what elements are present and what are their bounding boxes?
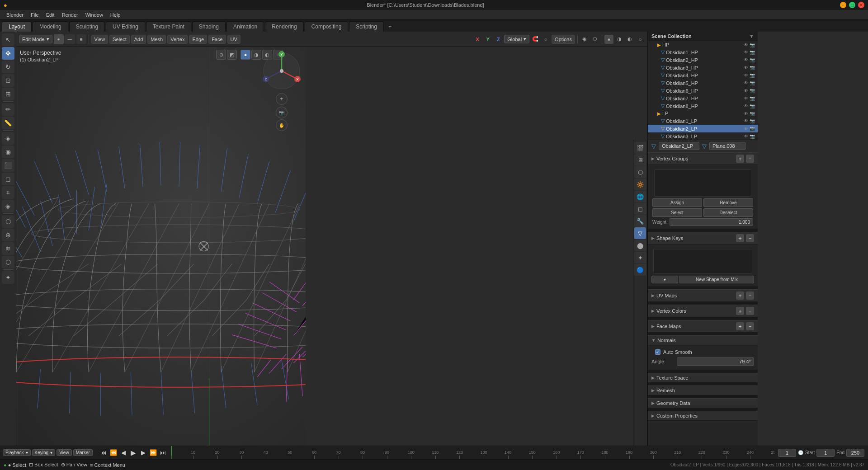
vertex-mode-btn[interactable]: ● (54, 34, 64, 44)
randomize-tool-btn[interactable]: ≋ (2, 242, 14, 255)
vg-deselect-btn[interactable]: Deselect (703, 208, 753, 217)
add-uv-btn[interactable]: + (736, 291, 744, 300)
sk-options-btn[interactable]: ▾ (651, 276, 678, 283)
camera-btn[interactable]: 📷 (276, 107, 288, 118)
maximize-button[interactable]: □ (849, 2, 855, 8)
end-frame-input[interactable]: 250 (846, 449, 864, 457)
obs8hp-cam[interactable]: 📷 (750, 103, 755, 108)
tab-shading[interactable]: Shading (192, 21, 226, 32)
add-workspace-button[interactable]: + (385, 22, 395, 32)
vertex-menu[interactable]: Vertex (167, 35, 188, 44)
custom-properties-header[interactable]: ▶ Custom Properties (648, 411, 758, 421)
vertex-colors-header[interactable]: ▶ Vertex Colors + − (648, 305, 758, 317)
spin-tool-btn[interactable]: ⬡ (2, 215, 14, 228)
obsidian2-lp-item[interactable]: ▽ Obsidian2_LP 👁 📷 (648, 125, 758, 132)
z-transform-btn[interactable]: Z (494, 35, 503, 44)
menu-render[interactable]: Render (58, 11, 82, 19)
uv-menu[interactable]: UV (227, 35, 241, 44)
knife-tool-btn[interactable]: ⌗ (2, 186, 14, 199)
obs8hp-eye[interactable]: 👁 (744, 103, 748, 108)
remesh-header[interactable]: ▶ Remesh (648, 385, 758, 395)
viewport[interactable]: User Perspective (1) Obsidian2_LP (16, 47, 306, 456)
menu-edit[interactable]: Edit (42, 11, 58, 19)
obs5hp-eye[interactable]: 👁 (744, 80, 748, 85)
physics-props-btn[interactable]: 🔵 (634, 264, 646, 276)
keying-dropdown[interactable]: Keying ▾ (32, 449, 56, 456)
face-maps-header[interactable]: ▶ Face Maps + − (648, 320, 758, 333)
render-props-btn[interactable]: 🎬 (634, 142, 646, 154)
extrude-tool-btn[interactable]: ◈ (2, 132, 14, 145)
obs7hp-eye[interactable]: 👁 (744, 96, 748, 101)
shrink-tool-btn[interactable]: ✦ (2, 271, 14, 284)
vg-assign-btn[interactable]: Assign (652, 198, 702, 207)
jump-start-btn[interactable]: ⏮ (99, 448, 108, 457)
toggle-overlay-btn[interactable]: ⊙ (216, 50, 226, 60)
obs7hp-cam[interactable]: 📷 (750, 96, 755, 101)
obs1lp-eye[interactable]: 👁 (744, 118, 748, 123)
remove-vertex-group-btn[interactable]: − (746, 155, 754, 163)
view-menu[interactable]: View (91, 35, 108, 44)
data-props-btn[interactable]: ▽ (634, 227, 646, 239)
start-frame-input[interactable]: 1 (816, 449, 835, 457)
hp-eye-icon[interactable]: 👁 (744, 42, 748, 47)
particles-props-btn[interactable]: ✦ (634, 252, 646, 263)
object-props-btn[interactable]: ◻ (634, 203, 646, 215)
snap-btn[interactable]: 🧲 (531, 35, 540, 44)
add-vc-btn[interactable]: + (736, 307, 744, 315)
sk-new-btn[interactable]: New Shape from Mix (679, 276, 754, 283)
obsidian6-hp-item[interactable]: ▽ Obsidian6_HP 👁 📷 (648, 87, 758, 94)
tab-sculpting[interactable]: Sculpting (69, 21, 105, 32)
output-props-btn[interactable]: 🖥 (634, 154, 646, 166)
material-shading-btn[interactable]: ◑ (615, 35, 624, 44)
obs1lp-cam[interactable]: 📷 (750, 118, 755, 123)
marker-dropdown[interactable]: Marker (73, 449, 93, 456)
edge-slide-tool-btn[interactable]: ⬡ (2, 256, 14, 268)
view-layer-props-btn[interactable]: ⬡ (634, 166, 646, 178)
navigation-gizmo[interactable]: Y X Z (261, 51, 302, 91)
rendered-shading-btn[interactable]: ◐ (625, 35, 634, 44)
obs2hp-cam[interactable]: 📷 (750, 57, 755, 62)
select-menu[interactable]: Select (109, 35, 130, 44)
world-props-btn[interactable]: 🌐 (634, 191, 646, 202)
proportional-btn[interactable]: ○ (541, 35, 550, 44)
obs5hp-cam[interactable]: 📷 (750, 80, 755, 85)
lp-eye-icon[interactable]: 👁 (744, 111, 748, 116)
remove-shape-key-btn[interactable]: − (746, 234, 754, 242)
edge-mode-btn[interactable]: — (65, 34, 75, 44)
prev-keyframe-btn[interactable]: ⏪ (109, 448, 118, 457)
measure-tool-btn[interactable]: 📏 (2, 117, 14, 129)
view-dropdown[interactable]: View (57, 449, 72, 456)
rotate-tool-btn[interactable]: ↻ (2, 61, 14, 73)
annotate-tool-btn[interactable]: ✏ (2, 103, 14, 116)
next-keyframe-btn[interactable]: ⏩ (149, 448, 158, 457)
move-tool-btn[interactable]: ✥ (2, 47, 14, 60)
collection-hp[interactable]: ▶ HP 👁 📷 (648, 41, 758, 48)
solid-shading-btn[interactable]: ● (604, 35, 613, 44)
menu-help[interactable]: Help (107, 11, 124, 19)
toggle-xray-btn[interactable]: ◩ (227, 50, 237, 60)
obsidian1-hp-item[interactable]: ▽ Obsidian1_HP 👁 📷 (648, 48, 758, 56)
edge-menu[interactable]: Edge (189, 35, 207, 44)
vg-remove-btn[interactable]: Remove (703, 198, 753, 207)
tab-compositing[interactable]: Compositing (305, 21, 349, 32)
angle-value-field[interactable]: 79.4° (677, 357, 754, 366)
remove-fm-btn[interactable]: − (746, 322, 754, 330)
current-frame-input[interactable]: 1 (778, 449, 796, 457)
obsidian5-hp-item[interactable]: ▽ Obsidian5_HP 👁 📷 (648, 79, 758, 87)
add-shape-key-btn[interactable]: + (736, 234, 744, 242)
hp-camera-icon[interactable]: 📷 (750, 42, 755, 47)
obs3lp-cam[interactable]: 📷 (750, 134, 755, 139)
obs2lp-cam[interactable]: 📷 (750, 126, 755, 131)
hand-tool-btn[interactable]: ✋ (276, 119, 288, 131)
inset-tool-btn[interactable]: ◉ (2, 146, 14, 158)
obsidian1-lp-item[interactable]: ▽ Obsidian1_LP 👁 📷 (648, 117, 758, 125)
menu-file[interactable]: File (27, 11, 42, 19)
overlay-btn[interactable]: ◉ (580, 35, 589, 44)
y-transform-btn[interactable]: Y (483, 35, 492, 44)
step-forward-btn[interactable]: ▶ (139, 448, 148, 457)
tab-texture-paint[interactable]: Texture Paint (146, 21, 191, 32)
obs1hp-cam[interactable]: 📷 (750, 50, 755, 55)
scale-tool-btn[interactable]: ⊡ (2, 74, 14, 87)
minimize-button[interactable]: − (840, 2, 846, 8)
transform-tool-btn[interactable]: ⊞ (2, 88, 14, 100)
